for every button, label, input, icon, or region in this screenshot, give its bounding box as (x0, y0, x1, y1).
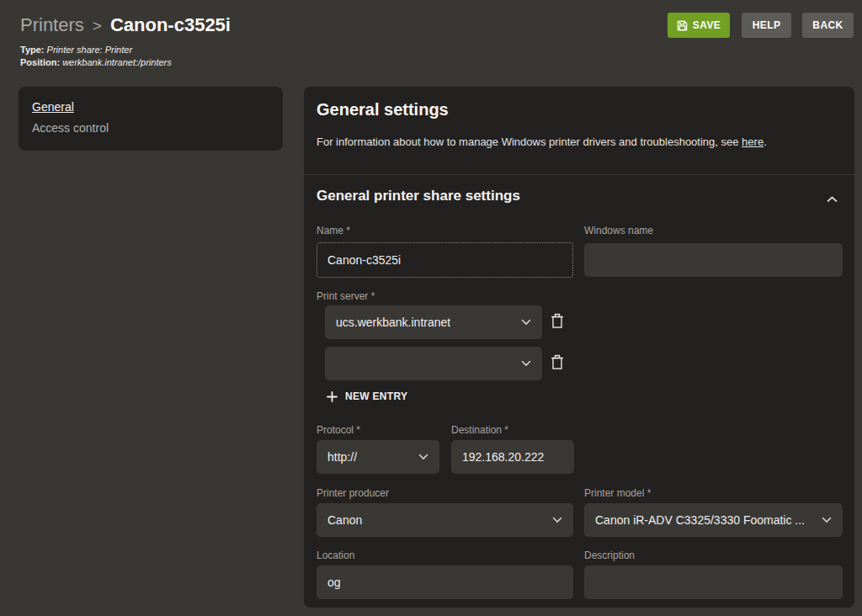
chevron-up-icon[interactable] (827, 193, 838, 205)
chevron-down-icon (521, 319, 531, 326)
meta-position-line: Position: werkbank.intranet:/printers (20, 56, 172, 69)
new-entry-label: NEW ENTRY (345, 390, 407, 402)
delete-print-server-1-button[interactable] (551, 313, 564, 329)
chevron-down-icon (552, 517, 562, 523)
breadcrumb: Printers > Canon-c3525i (20, 14, 231, 36)
meta-type-value: Printer share: Printer (47, 45, 132, 55)
destination-label: Destination * (451, 424, 508, 436)
print-server-select-2[interactable] (325, 347, 542, 380)
info-text: For information about how to manage Wind… (317, 135, 767, 148)
name-label: Name * (317, 225, 350, 236)
protocol-select[interactable]: http:// (317, 440, 439, 474)
name-field: Canon-c3525i (317, 242, 573, 278)
printer-model-label: Printer model * (584, 487, 651, 499)
new-entry-button[interactable]: NEW ENTRY (327, 390, 407, 402)
save-button-label: SAVE (693, 19, 721, 31)
general-settings-panel: General settings For information about h… (304, 87, 854, 608)
panel-title: General settings (317, 100, 449, 119)
sidebar-item-general[interactable]: General (32, 100, 269, 114)
page-nav-sidebar: General Access control (19, 87, 283, 151)
meta-type-line: Type: Printer share: Printer (20, 44, 172, 56)
windows-name-label: Windows name (584, 225, 653, 236)
location-label: Location (317, 550, 354, 561)
help-button[interactable]: HELP (742, 13, 791, 38)
chevron-down-icon (418, 454, 428, 460)
chevron-down-icon (521, 360, 531, 367)
back-button[interactable]: BACK (802, 13, 854, 38)
trash-icon (551, 354, 564, 370)
back-button-label: BACK (812, 19, 843, 31)
meta-position-value: werkbank.intranet:/printers (62, 57, 172, 67)
save-button[interactable]: SAVE (668, 13, 730, 38)
page-title: Canon-c3525i (110, 14, 231, 36)
description-label: Description (584, 550, 635, 561)
print-server-label: Print server * (317, 290, 375, 302)
protocol-select-value: http:// (327, 450, 357, 464)
here-link[interactable]: here (742, 135, 764, 148)
printer-producer-select-value: Canon (327, 513, 362, 527)
destination-input[interactable] (451, 440, 574, 474)
printer-producer-label: Printer producer (317, 487, 389, 499)
print-server-select-1-value: ucs.werkbank.intranet (336, 316, 450, 329)
printer-producer-select[interactable]: Canon (317, 503, 573, 537)
section-divider (304, 174, 854, 175)
windows-name-input[interactable] (584, 243, 843, 277)
meta-position-label: Position: (20, 57, 60, 67)
breadcrumb-printers-link[interactable]: Printers (20, 14, 84, 36)
location-input[interactable] (317, 566, 573, 599)
breadcrumb-separator-icon: > (93, 16, 102, 35)
printer-model-select[interactable]: Canon iR-ADV C3325/3330 Foomatic ... (584, 503, 843, 537)
print-server-select-1[interactable]: ucs.werkbank.intranet (325, 305, 542, 339)
chevron-down-icon (822, 517, 832, 523)
save-icon (677, 20, 688, 31)
help-button-label: HELP (753, 19, 781, 31)
name-field-value: Canon-c3525i (327, 253, 401, 267)
info-text-before: For information about how to manage Wind… (317, 135, 742, 148)
protocol-label: Protocol * (317, 424, 360, 436)
plus-icon (327, 391, 338, 402)
trash-icon (551, 313, 564, 329)
meta-type-label: Type: (20, 45, 45, 55)
sidebar-item-access-control[interactable]: Access control (32, 121, 269, 135)
section-header-general-printer-share[interactable]: General printer share settings (317, 188, 520, 204)
info-text-after: . (764, 135, 767, 148)
printer-model-select-value: Canon iR-ADV C3325/3330 Foomatic ... (595, 513, 805, 527)
delete-print-server-2-button[interactable] (551, 354, 564, 370)
object-meta: Type: Printer share: Printer Position: w… (20, 44, 172, 69)
description-input[interactable] (584, 566, 843, 599)
